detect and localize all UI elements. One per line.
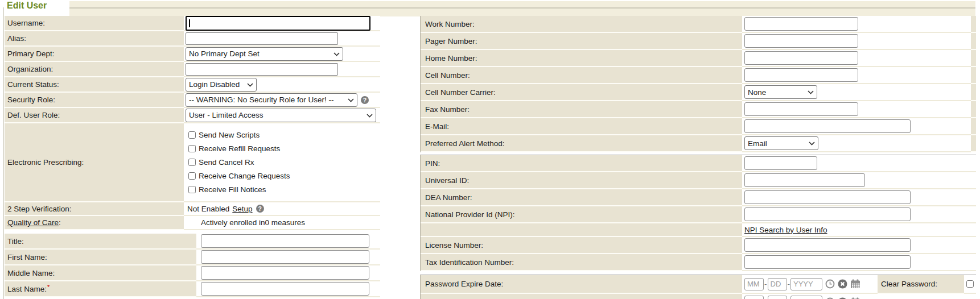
field-cell — [742, 189, 976, 206]
electronic-prescribing-checkbox-4[interactable] — [188, 186, 196, 193]
form-row-last-name: Last Name:* — [5, 281, 380, 297]
preferred-alert-method-select[interactable]: Email — [744, 136, 818, 150]
status-text: Not Enabled — [187, 205, 229, 213]
alias-input[interactable] — [186, 32, 338, 45]
work-number-input[interactable] — [744, 17, 858, 31]
form-row-tax-id-number: Tax Identification Number: — [421, 254, 976, 271]
calendar-icon[interactable] — [850, 279, 860, 289]
field-cell — [742, 33, 971, 50]
home-number-input[interactable] — [744, 51, 858, 65]
field-label: Pager Number: — [421, 33, 742, 50]
primary-dept-select[interactable]: No Primary Dept Set — [186, 47, 343, 61]
field-cell — [196, 250, 380, 265]
form-row-middle-name: Middle Name: — [5, 265, 380, 281]
checkbox-label: Receive Change Requests — [199, 172, 290, 180]
checkbox-label: Send Cancel Rx — [199, 158, 254, 167]
year-input[interactable] — [790, 278, 822, 290]
license-number-input[interactable] — [744, 238, 911, 252]
current-status-select[interactable]: Login Disabled — [186, 78, 257, 92]
cell-number-carrier-select[interactable]: None — [744, 85, 817, 99]
fieldset-border — [3, 7, 4, 299]
quality-of-care-label-link[interactable]: Quality of Care — [7, 218, 59, 227]
checkbox-label: Send New Scripts — [199, 131, 260, 139]
calendar-icon[interactable] — [850, 297, 860, 299]
form-row-pager-number: Pager Number: — [421, 33, 976, 50]
cell-number-input[interactable] — [744, 68, 858, 82]
field-label-text: Cell Number: — [425, 71, 470, 80]
field-cell — [742, 50, 971, 67]
pager-number-input[interactable] — [744, 34, 858, 48]
field-label: Work Number: — [421, 16, 742, 33]
form-row-organization: Organization: — [5, 62, 380, 77]
dea-number-input[interactable] — [744, 190, 911, 204]
security-role-select[interactable]: -- WARNING: No Security Role for User! -… — [186, 93, 357, 107]
last-name-input[interactable] — [201, 282, 369, 296]
pin-input[interactable] — [744, 156, 817, 170]
selected-option: No Primary Dept Set — [189, 49, 260, 58]
checkbox-option: Send Cancel Rx — [188, 156, 254, 169]
field-label: Tax Identification Number: — [421, 254, 742, 271]
field-label: DEA Number: — [421, 189, 742, 206]
row-end-cap — [971, 33, 976, 50]
selected-option: Login Disabled — [189, 80, 240, 89]
electronic-prescribing-checkbox-0[interactable] — [188, 131, 196, 139]
row-end-cap — [971, 67, 976, 84]
form-row-def-user-role: Def. User Role:User - Limited Access — [5, 108, 380, 123]
middle-name-input[interactable] — [201, 266, 369, 280]
year-input[interactable] — [790, 296, 822, 299]
day-input[interactable] — [768, 278, 787, 290]
field-cell: Email — [742, 135, 971, 152]
form-row-home-number: Home Number: — [421, 50, 976, 67]
selected-option: None — [748, 88, 766, 97]
month-input[interactable] — [744, 278, 764, 290]
npi-search-link[interactable]: NPI Search by User Info — [744, 226, 827, 234]
month-input[interactable] — [744, 296, 764, 299]
field-cell: Send New ScriptsReceive Refill RequestsS… — [184, 123, 380, 202]
first-name-input[interactable] — [201, 250, 369, 264]
field-label-text: Last Name: — [7, 285, 47, 293]
def-user-role-select[interactable]: User - Limited Access — [186, 109, 376, 122]
username-input[interactable] — [186, 16, 370, 31]
contact-info-table: Work Number:Pager Number:Home Number:Cel… — [420, 16, 976, 152]
clear-date-icon[interactable] — [838, 279, 847, 289]
universal-id-input[interactable] — [744, 173, 865, 187]
electronic-prescribing-checkbox-2[interactable] — [188, 159, 196, 166]
help-icon[interactable]: ? — [256, 205, 264, 213]
form-row-license-number: License Number: — [421, 237, 976, 254]
text-caret — [189, 19, 190, 27]
field-cell: Not EnabledSetup? — [184, 202, 380, 216]
tax-id-number-input[interactable] — [744, 255, 911, 269]
form-row-preferred-alert-method: Preferred Alert Method:Email — [421, 135, 976, 152]
two-step-verification-setup-link[interactable]: Setup — [232, 205, 252, 213]
electronic-prescribing-checkbox-3[interactable] — [188, 172, 196, 180]
electronic-prescribing-checkbox-1[interactable] — [188, 145, 196, 152]
field-label-text: Tax Identification Number: — [425, 258, 514, 267]
npi-input[interactable] — [744, 207, 911, 221]
email-input[interactable] — [744, 119, 911, 133]
checkbox-option: Send New Scripts — [188, 128, 260, 142]
clear-password-checkbox[interactable] — [966, 280, 974, 288]
identifiers-table: PIN:Universal ID:DEA Number:National Pro… — [420, 155, 976, 271]
clear-date-icon[interactable] — [838, 297, 847, 299]
clock-icon[interactable] — [825, 279, 835, 289]
chevron-down-icon — [333, 52, 340, 56]
field-label-text: DEA Number: — [425, 193, 472, 202]
field-label: Primary Dept: — [5, 47, 184, 62]
field-label-text: 2 Step Verification: — [7, 205, 72, 213]
field-label-text: Clear Password: — [881, 280, 937, 288]
clock-icon[interactable] — [825, 297, 835, 299]
day-input[interactable] — [768, 296, 787, 299]
field-label-text: Electronic Prescribing: — [7, 158, 84, 167]
organization-input[interactable] — [186, 63, 338, 76]
field-cell: No Primary Dept Set — [184, 47, 380, 62]
field-label-text: First Name: — [7, 253, 47, 261]
help-icon[interactable]: ? — [361, 96, 369, 104]
field-label-text: PIN: — [425, 159, 440, 168]
fax-number-input[interactable] — [744, 102, 858, 116]
field-label-text: Work Number: — [425, 20, 475, 28]
field-label: Universal ID: — [421, 172, 742, 189]
title-input[interactable] — [201, 234, 369, 248]
row-end-cap — [971, 101, 976, 118]
row-end-cap — [971, 118, 976, 135]
field-cell — [742, 101, 971, 118]
